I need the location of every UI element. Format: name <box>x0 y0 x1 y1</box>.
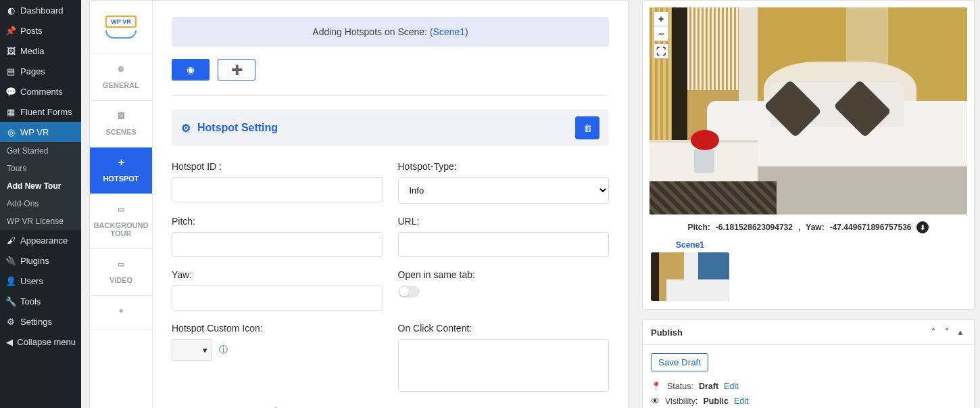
menu-users[interactable]: 👤Users <box>0 271 81 291</box>
page-icon: ▤ <box>5 66 16 76</box>
url-input[interactable] <box>398 232 610 257</box>
plug-icon: 🔌 <box>5 255 16 266</box>
wpvr-logo: WP VR <box>90 1 152 54</box>
section-title: Hotspot Setting <box>197 122 278 134</box>
gear-icon: ⚙ <box>181 122 191 135</box>
status-label: Status: <box>667 382 693 391</box>
url-label: URL: <box>398 216 610 227</box>
hotspot-active-button[interactable]: ◉ <box>172 59 210 81</box>
menu-settings[interactable]: ⚙Settings <box>0 311 81 332</box>
gauge-icon: ◐ <box>5 5 16 16</box>
wp-admin-sidebar: ◐Dashboard 📌Posts 🖼Media ▤Pages 💬Comment… <box>0 0 81 408</box>
location-icon: ⌖ <box>115 307 127 319</box>
pitch-yaw-readout: Pitch: -6.181528623094732, Yaw: -47.4496… <box>650 221 967 233</box>
eye-icon: 👁 <box>651 396 660 406</box>
device-icon: ▭ <box>115 205 127 217</box>
edit-status-link[interactable]: Edit <box>724 382 739 391</box>
scene-thumb-label: Scene1 <box>676 240 704 250</box>
menu-plugins[interactable]: 🔌Plugins <box>0 250 81 271</box>
info-icon[interactable]: ⓘ <box>219 344 228 356</box>
yaw-label: Yaw: <box>172 269 383 280</box>
menu-wpvr[interactable]: ◎WP VR <box>0 122 81 142</box>
hotspot-id-label: Hotspot ID : <box>172 161 383 172</box>
user-icon: 👤 <box>5 275 16 286</box>
fullscreen-button[interactable]: ⛶ <box>654 44 668 59</box>
yaw-input[interactable] <box>172 286 383 311</box>
custom-icon-select[interactable]: ▾ <box>172 339 212 361</box>
publish-title: Publish <box>651 327 683 338</box>
gear-icon: ⚙ <box>115 65 127 77</box>
chevron-down-icon: ▾ <box>203 345 207 355</box>
submenu-tours[interactable]: Tours <box>0 160 81 177</box>
slider-icon: ⚙ <box>5 316 16 327</box>
edit-visibility-link[interactable]: Edit <box>734 396 749 406</box>
panel-down-button[interactable]: ˅ <box>941 327 952 338</box>
on-click-textarea[interactable] <box>398 339 610 392</box>
status-value: Draft <box>699 382 718 391</box>
vr-icon: ◎ <box>5 127 16 137</box>
pitch-label: Pitch: <box>172 216 383 227</box>
download-coords-button[interactable]: ⬇ <box>916 221 929 233</box>
panorama-preview[interactable]: + − ⛶ <box>650 7 967 214</box>
comment-icon: 💬 <box>5 86 16 97</box>
menu-fluent-forms[interactable]: ▦Fluent Forms <box>0 101 81 122</box>
form-icon: ▦ <box>5 106 16 117</box>
panel-collapse-button[interactable]: ▴ <box>955 327 966 338</box>
open-same-tab-toggle[interactable] <box>398 286 420 298</box>
add-hotspot-button[interactable]: ➕ <box>218 59 255 81</box>
brush-icon: 🖌 <box>5 235 16 246</box>
submenu-get-started[interactable]: Get Started <box>0 142 81 160</box>
vertical-tabs: WP VR ⚙ GENERAL 🖼 SCENES ✛ HOTSPOT <box>90 1 153 408</box>
wrench-icon: 🔧 <box>5 296 16 307</box>
tab-background-tour[interactable]: ▭ BACKGROUND TOUR <box>90 194 152 249</box>
tab-more[interactable]: ⌖ <box>90 296 152 330</box>
custom-icon-label: Hotspot Custom Icon: <box>172 323 383 334</box>
crosshair-icon: ✛ <box>115 158 127 171</box>
menu-dashboard[interactable]: ◐Dashboard <box>0 0 81 20</box>
tab-video[interactable]: ▭ VIDEO <box>90 249 152 296</box>
tab-scenes[interactable]: 🖼 SCENES <box>90 101 152 148</box>
trash-icon: 🗑 <box>583 123 592 133</box>
zoom-out-button[interactable]: − <box>654 26 668 41</box>
preview-panel: + − ⛶ Pitch: -6.181528623094732, Yaw: -4… <box>642 0 975 310</box>
menu-pages[interactable]: ▤Pages <box>0 61 81 81</box>
scene-banner: Adding Hotspots on Scene: (Scene1) <box>172 17 609 47</box>
media-icon: 🖼 <box>5 45 16 56</box>
menu-posts[interactable]: 📌Posts <box>0 20 81 41</box>
tab-hotspot[interactable]: ✛ HOTSPOT <box>90 148 152 194</box>
menu-tools[interactable]: 🔧Tools <box>0 291 81 311</box>
on-click-label: On Click Content: <box>398 323 610 334</box>
plus-icon: ➕ <box>231 64 243 75</box>
hotspot-id-input[interactable] <box>172 177 383 202</box>
visibility-label: Visibility: <box>665 396 697 406</box>
visibility-value: Public <box>703 396 729 406</box>
key-icon: 📍 <box>651 381 662 391</box>
video-icon: ▭ <box>115 260 127 272</box>
scene-link[interactable]: (Scene1) <box>430 26 468 37</box>
scene-thumbnail[interactable]: Scene1 <box>651 240 729 301</box>
pin-icon: 📌 <box>5 25 16 36</box>
menu-media[interactable]: 🖼Media <box>0 41 81 61</box>
hotspot-type-label: Hotspot-Type: <box>398 161 610 172</box>
zoom-in-button[interactable]: + <box>654 12 668 26</box>
image-icon: 🖼 <box>115 112 127 124</box>
submenu-add-new-tour[interactable]: Add New Tour <box>0 177 81 195</box>
menu-collapse[interactable]: ◀Collapse menu <box>0 332 81 352</box>
delete-hotspot-button[interactable]: 🗑 <box>575 116 599 139</box>
target-icon: ◉ <box>187 64 195 75</box>
save-draft-button[interactable]: Save Draft <box>651 353 708 371</box>
panel-up-button[interactable]: ˄ <box>928 327 939 338</box>
menu-comments[interactable]: 💬Comments <box>0 81 81 101</box>
open-same-tab-label: Open in same tab: <box>398 269 610 280</box>
publish-panel: Publish ˄ ˅ ▴ Save Draft 📍 Status: Draft… <box>642 319 975 408</box>
hotspot-type-select[interactable]: Info <box>398 177 610 204</box>
menu-appearance[interactable]: 🖌Appearance <box>0 230 81 250</box>
pitch-input[interactable] <box>172 232 383 257</box>
submenu-license[interactable]: WP VR License <box>0 212 81 230</box>
submenu-addons[interactable]: Add-Ons <box>0 195 81 212</box>
collapse-icon: ◀ <box>5 336 13 347</box>
tab-general[interactable]: ⚙ GENERAL <box>90 54 152 101</box>
download-icon: ⬇ <box>920 224 925 231</box>
